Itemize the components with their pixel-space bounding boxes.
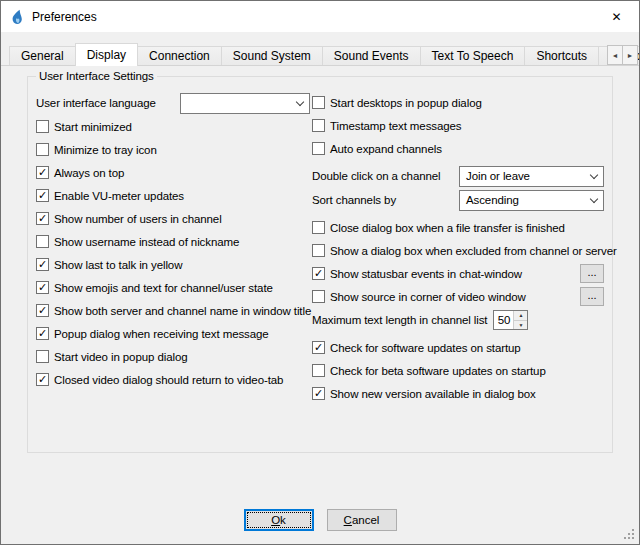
max-text-length-spinner[interactable]: 50 ▲ ▼ — [493, 310, 528, 330]
checkbox-box — [36, 327, 49, 340]
tab-label: Display — [87, 48, 126, 62]
sort-channels-dropdown[interactable]: Ascending — [459, 190, 604, 211]
max-text-length-label: Maximum text length in channel list — [312, 314, 487, 326]
checkbox-always-on-top[interactable]: Always on top — [36, 166, 124, 179]
checkbox-box — [36, 212, 49, 225]
checkbox-label: Always on top — [54, 167, 124, 179]
tab-sound-events[interactable]: Sound Events — [322, 46, 421, 66]
chevron-down-icon — [590, 170, 598, 178]
checkbox-box — [312, 341, 325, 354]
checkbox-box — [36, 281, 49, 294]
cancel-button[interactable]: Cancel — [327, 509, 397, 531]
checkbox-new-version-dialog[interactable]: Show new version available in dialog box — [312, 387, 536, 400]
tab-text-to-speech[interactable]: Text To Speech — [420, 46, 526, 66]
checkbox-timestamp-messages[interactable]: Timestamp text messages — [312, 119, 461, 132]
checkbox-box — [36, 189, 49, 202]
double-click-dropdown[interactable]: Join or leave — [459, 166, 604, 187]
checkbox-box — [312, 119, 325, 132]
titlebar[interactable]: Preferences ✕ — [1, 1, 639, 32]
tab-label: Connection — [149, 49, 210, 63]
checkbox-box — [36, 373, 49, 386]
checkbox-video-source-corner[interactable]: Show source in corner of video window — [312, 290, 526, 303]
double-click-dropdown-value: Join or leave — [466, 170, 530, 182]
checkbox-close-filetransfer-dialog[interactable]: Close dialog box when a file transfer is… — [312, 221, 565, 234]
checkbox-label: Closed video dialog should return to vid… — [54, 374, 283, 386]
checkbox-label: Close dialog box when a file transfer is… — [330, 222, 565, 234]
checkbox-minimize-to-tray[interactable]: Minimize to tray icon — [36, 143, 157, 156]
checkbox-last-talk-yellow[interactable]: Show last to talk in yellow — [36, 258, 182, 271]
tab-bar: General Display Connection Sound System … — [1, 43, 639, 66]
double-click-label: Double click on a channel — [312, 170, 441, 182]
checkbox-box — [312, 267, 325, 280]
checkbox-label: Start minimized — [54, 121, 132, 133]
language-dropdown[interactable] — [180, 93, 310, 114]
preferences-window: Preferences ✕ General Display Connection… — [0, 0, 640, 545]
checkbox-box — [312, 387, 325, 400]
tab-label: Text To Speech — [432, 49, 514, 63]
right-column: Start desktops in popup dialog Timestamp… — [312, 91, 604, 405]
statusbar-events-options-button[interactable]: ... — [580, 264, 604, 283]
video-source-options-button[interactable]: ... — [580, 287, 604, 306]
group-title: User Interface Settings — [36, 70, 157, 82]
checkbox-auto-expand-channels[interactable]: Auto expand channels — [312, 142, 442, 155]
checkbox-show-username[interactable]: Show username instead of nickname — [36, 235, 239, 248]
checkbox-video-popup[interactable]: Start video in popup dialog — [36, 350, 187, 363]
tab-shortcuts[interactable]: Shortcuts — [524, 46, 599, 66]
tab-general[interactable]: General — [9, 46, 76, 66]
checkbox-label: Show username instead of nickname — [54, 236, 239, 248]
tab-sound-system[interactable]: Sound System — [221, 46, 323, 66]
checkbox-box — [36, 350, 49, 363]
sort-channels-label: Sort channels by — [312, 194, 396, 206]
tab-scroll-right-icon[interactable]: ► — [622, 45, 638, 65]
checkbox-beta-updates[interactable]: Check for beta software updates on start… — [312, 364, 546, 377]
checkbox-label: Check for beta software updates on start… — [330, 365, 546, 377]
checkbox-box — [36, 258, 49, 271]
checkbox-show-user-count[interactable]: Show number of users in channel — [36, 212, 222, 225]
spinner-down-icon[interactable]: ▼ — [514, 321, 527, 330]
checkbox-box — [312, 221, 325, 234]
checkbox-statusbar-events[interactable]: Show statusbar events in chat-window — [312, 267, 522, 280]
checkbox-label: Show statusbar events in chat-window — [330, 268, 522, 280]
checkbox-box — [36, 120, 49, 133]
tab-display[interactable]: Display — [75, 43, 138, 66]
close-button[interactable]: ✕ — [594, 1, 639, 32]
checkbox-label: Minimize to tray icon — [54, 144, 157, 156]
language-label: User interface language — [36, 97, 156, 109]
checkbox-box — [312, 96, 325, 109]
checkbox-label: Show source in corner of video window — [330, 291, 526, 303]
checkbox-label: Start video in popup dialog — [54, 351, 187, 363]
resize-grip[interactable] — [623, 528, 635, 540]
checkbox-popup-text-message[interactable]: Popup dialog when receiving text message — [36, 327, 269, 340]
checkbox-label: Enable VU-meter updates — [54, 190, 184, 202]
checkbox-box — [36, 166, 49, 179]
checkbox-label: Show emojis and text for channel/user st… — [54, 282, 273, 294]
checkbox-label: Check for software updates on startup — [330, 342, 521, 354]
sort-channels-dropdown-value: Ascending — [466, 194, 519, 206]
display-tab-page: User Interface Settings User interface l… — [1, 76, 639, 453]
checkbox-emojis-text-state[interactable]: Show emojis and text for channel/user st… — [36, 281, 273, 294]
checkbox-start-minimized[interactable]: Start minimized — [36, 120, 132, 133]
checkbox-box — [312, 290, 325, 303]
spinner-up-icon[interactable]: ▲ — [514, 311, 527, 321]
checkbox-box — [36, 235, 49, 248]
ok-button[interactable]: Ok — [244, 509, 314, 531]
tab-label: General — [21, 49, 64, 63]
checkbox-label: Popup dialog when receiving text message — [54, 328, 269, 340]
tab-label: Sound Events — [334, 49, 409, 63]
checkbox-label: Show both server and channel name in win… — [54, 305, 311, 317]
checkbox-box — [36, 304, 49, 317]
checkbox-vu-meter-updates[interactable]: Enable VU-meter updates — [36, 189, 184, 202]
tab-connection[interactable]: Connection — [137, 46, 222, 66]
checkbox-server-channel-title[interactable]: Show both server and channel name in win… — [36, 304, 311, 317]
checkbox-box — [312, 364, 325, 377]
checkbox-box — [312, 142, 325, 155]
max-text-length-value[interactable]: 50 — [494, 311, 513, 329]
tab-scroll-left-icon[interactable]: ◄ — [607, 45, 623, 65]
checkbox-desktops-popup[interactable]: Start desktops in popup dialog — [312, 96, 482, 109]
window-title: Preferences — [32, 10, 97, 24]
checkbox-excluded-dialog[interactable]: Show a dialog box when excluded from cha… — [312, 244, 617, 257]
checkbox-video-return-tab[interactable]: Closed video dialog should return to vid… — [36, 373, 283, 386]
tab-label: Shortcuts — [536, 49, 587, 63]
checkbox-software-updates[interactable]: Check for software updates on startup — [312, 341, 521, 354]
checkbox-label: Auto expand channels — [330, 143, 442, 155]
